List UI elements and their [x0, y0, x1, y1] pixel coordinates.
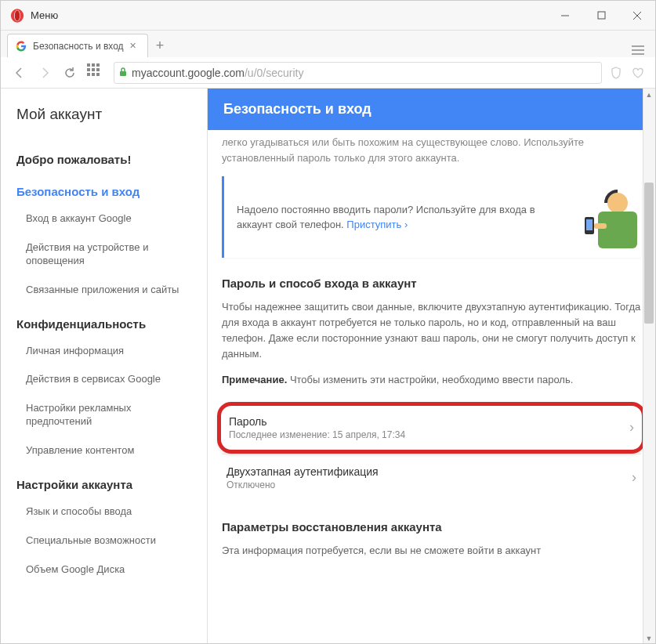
faded-intro: легко угадываться или быть похожим на су…: [222, 130, 641, 176]
sidebar-item-language[interactable]: Язык и способы ввода: [1, 497, 207, 526]
promo-text: Надоело постоянно вводить пароли? Исполь…: [237, 202, 563, 233]
phone-signin-promo[interactable]: Надоело постоянно вводить пароли? Исполь…: [222, 176, 641, 258]
url-host: myaccount.google.com: [132, 67, 245, 79]
page-header: Безопасность и вход: [208, 89, 655, 130]
tab-title: Безопасность и вход: [33, 41, 126, 52]
svg-rect-4: [598, 12, 605, 19]
sidebar-section-security[interactable]: Безопасность и вход: [1, 172, 207, 204]
svg-rect-15: [594, 223, 607, 229]
url-path: /u/0/security: [245, 67, 303, 79]
menu-label: Меню: [31, 9, 58, 21]
promo-link[interactable]: Приступить ›: [346, 219, 408, 230]
scroll-up-icon[interactable]: ▲: [643, 89, 655, 101]
section-signin-text: Чтобы надежнее защитить свои данные, вкл…: [222, 299, 641, 363]
sidebar-welcome[interactable]: Добро пожаловать!: [1, 140, 207, 172]
section-note: Примечание. Чтобы изменить эти настройки…: [222, 372, 641, 388]
close-tab-button[interactable]: ✕: [126, 41, 140, 51]
scroll-thumb[interactable]: [644, 183, 654, 324]
heart-icon[interactable]: [627, 62, 649, 84]
sidebar-item-personal-info[interactable]: Личная информация: [1, 337, 207, 366]
window-buttons: [547, 1, 655, 31]
two-step-row[interactable]: Двухэтапная аутентификация Отключено ›: [222, 454, 641, 501]
opera-logo-icon: [10, 9, 24, 23]
password-row-highlight: Пароль Последнее изменение: 15 апреля, 1…: [217, 402, 646, 454]
tab-menu-button[interactable]: [629, 45, 647, 57]
browser-menu-button[interactable]: Меню: [1, 1, 67, 30]
forward-button[interactable]: [32, 60, 57, 85]
sidebar-item-connected-apps[interactable]: Связанные приложения и сайты: [1, 276, 207, 305]
sidebar-title: Мой аккаунт: [1, 89, 207, 140]
person-phone-icon: [571, 186, 641, 248]
svg-rect-12: [598, 212, 637, 248]
recovery-title: Параметры восстановления аккаунта: [222, 520, 641, 534]
svg-point-2: [15, 10, 20, 21]
google-favicon-icon: [16, 41, 27, 52]
chevron-right-icon: ›: [629, 419, 634, 436]
minimize-button[interactable]: [547, 1, 583, 31]
reload-button[interactable]: [57, 60, 82, 85]
back-button[interactable]: [7, 60, 32, 85]
chevron-right-icon: ›: [404, 219, 408, 230]
svg-rect-14: [586, 219, 593, 230]
lock-icon: [119, 67, 127, 78]
sidebar-item-content[interactable]: Управление контентом: [1, 436, 207, 465]
new-tab-button[interactable]: +: [148, 34, 172, 57]
maximize-button[interactable]: [583, 1, 619, 31]
main-area: Безопасность и вход легко угадываться ил…: [208, 89, 655, 644]
two-step-sub: Отключено: [227, 479, 632, 490]
password-row-sub: Последнее изменение: 15 апреля, 17:34: [229, 429, 629, 440]
recovery-text: Эта информация потребуется, если вы не с…: [222, 543, 641, 559]
sidebar-item-signin[interactable]: Вход в аккаунт Google: [1, 204, 207, 233]
sidebar: Мой аккаунт Добро пожаловать! Безопаснос…: [1, 89, 208, 644]
address-bar: myaccount.google.com/u/0/security: [1, 57, 655, 89]
sidebar-section-privacy[interactable]: Конфиденциальность: [1, 305, 207, 337]
main-scroll: легко угадываться или быть похожим на су…: [208, 130, 655, 644]
scrollbar[interactable]: ▲ ▼: [643, 89, 655, 644]
shield-icon[interactable]: [605, 62, 627, 84]
url-input[interactable]: myaccount.google.com/u/0/security: [114, 62, 602, 84]
browser-tab[interactable]: Безопасность и вход ✕: [7, 34, 148, 57]
page-content: Мой аккаунт Добро пожаловать! Безопаснос…: [1, 89, 655, 644]
speed-dial-button[interactable]: [87, 63, 106, 82]
scroll-down-icon[interactable]: ▼: [643, 632, 655, 644]
two-step-title: Двухэтапная аутентификация: [227, 465, 632, 478]
password-row[interactable]: Пароль Последнее изменение: 15 апреля, 1…: [229, 414, 634, 442]
sidebar-item-accessibility[interactable]: Специальные возможности: [1, 526, 207, 555]
section-signin-title: Пароль и способ входа в аккаунт: [222, 277, 641, 290]
sidebar-section-settings[interactable]: Настройки аккаунта: [1, 465, 207, 497]
titlebar: Меню: [1, 1, 655, 31]
sidebar-item-storage[interactable]: Объем Google Диска: [1, 555, 207, 584]
sidebar-item-ads[interactable]: Настройки рекламных предпочтений: [1, 394, 207, 436]
chevron-right-icon: ›: [632, 469, 636, 486]
sidebar-item-activity[interactable]: Действия в сервисах Google: [1, 365, 207, 394]
password-row-title: Пароль: [229, 415, 629, 428]
tab-bar: Безопасность и вход ✕ +: [1, 31, 655, 57]
close-window-button[interactable]: [619, 1, 655, 31]
svg-point-11: [607, 193, 628, 213]
svg-rect-10: [120, 71, 126, 76]
sidebar-item-device-activity[interactable]: Действия на устройстве и оповещения: [1, 233, 207, 276]
